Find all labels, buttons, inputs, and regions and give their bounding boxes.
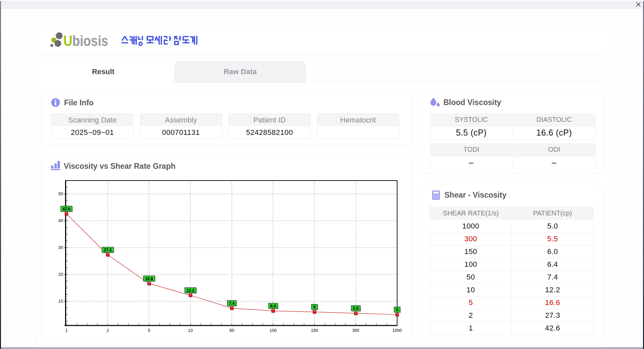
svg-text:10: 10 xyxy=(58,299,63,304)
svg-text:300: 300 xyxy=(352,328,359,333)
svg-text:100: 100 xyxy=(270,328,277,333)
svg-text:150: 150 xyxy=(311,328,318,333)
svg-text:6: 6 xyxy=(313,305,316,309)
svg-text:27.3: 27.3 xyxy=(104,248,112,252)
svg-text:42.6: 42.6 xyxy=(62,207,70,211)
svg-text:40: 40 xyxy=(58,218,63,223)
svg-text:1000: 1000 xyxy=(392,328,402,333)
svg-text:2: 2 xyxy=(107,328,109,333)
svg-text:12.2: 12.2 xyxy=(186,288,195,293)
svg-text:6.4: 6.4 xyxy=(270,304,276,308)
svg-text:50: 50 xyxy=(58,192,63,196)
svg-text:16.6: 16.6 xyxy=(145,277,153,281)
svg-text:5: 5 xyxy=(148,328,150,333)
svg-text:30: 30 xyxy=(58,245,63,250)
svg-text:5: 5 xyxy=(396,307,398,312)
svg-text:50: 50 xyxy=(229,328,234,333)
svg-text:10: 10 xyxy=(188,328,193,333)
svg-text:1: 1 xyxy=(65,328,68,333)
svg-text:5.5: 5.5 xyxy=(353,306,359,311)
svg-text:20: 20 xyxy=(58,272,63,277)
svg-text:7.4: 7.4 xyxy=(229,301,235,306)
